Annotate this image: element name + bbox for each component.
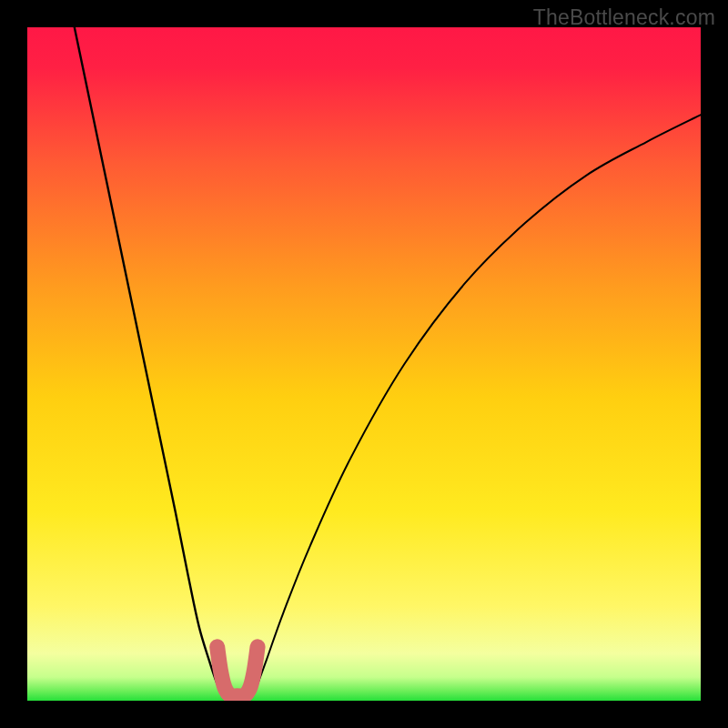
plot-area xyxy=(27,27,701,701)
watermark-label: TheBottleneck.com xyxy=(533,5,715,30)
chart-svg xyxy=(27,27,701,701)
chart-frame: TheBottleneck.com xyxy=(0,0,728,728)
gradient-background xyxy=(27,27,701,701)
